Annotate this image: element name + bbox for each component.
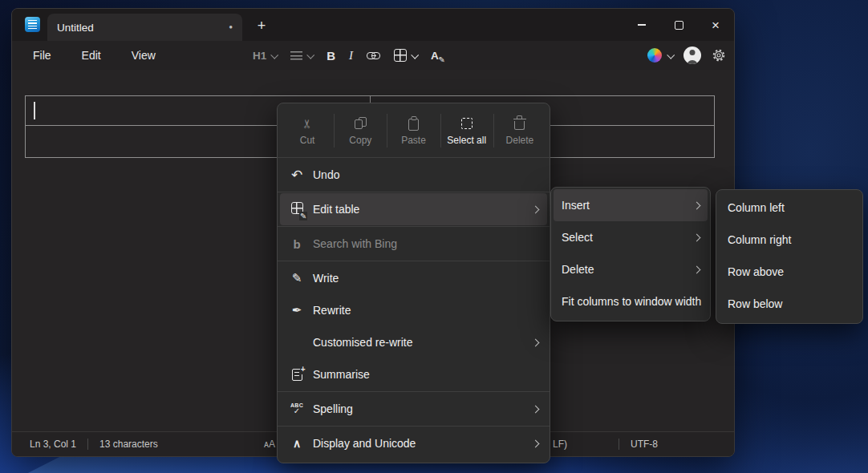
write-pencil-icon: ✎ <box>292 271 302 285</box>
account-avatar[interactable] <box>683 46 701 64</box>
menu-item-undo[interactable]: ↶ Undo <box>278 159 550 191</box>
window-controls: × <box>623 9 734 41</box>
clipboard-actions-row: ✂ Cut Copy Paste Select all Delete <box>278 105 550 156</box>
unsaved-indicator-dot: ● <box>229 24 233 30</box>
link-icon <box>367 51 380 59</box>
menu-file[interactable]: File <box>23 46 61 65</box>
titlebar: Untitled ● + × <box>12 9 734 41</box>
trash-icon <box>514 121 525 131</box>
italic-icon: I <box>349 49 353 63</box>
chevron-down-icon <box>271 51 279 59</box>
chevron-down-icon <box>667 51 675 59</box>
font-size-indicator: ᴀA <box>264 432 275 456</box>
line-ending-indicator: LF) <box>553 432 567 456</box>
bold-icon: B <box>327 49 335 63</box>
list-icon <box>290 51 302 60</box>
insert-link-button[interactable] <box>367 51 380 59</box>
maximize-button[interactable] <box>660 9 697 41</box>
context-menu: ✂ Cut Copy Paste Select all Delete ↶ Und… <box>277 103 550 463</box>
close-button[interactable]: × <box>697 9 734 41</box>
character-count: 13 characters <box>99 439 158 450</box>
submenu-item-insert[interactable]: Insert <box>554 189 708 221</box>
menu-separator <box>278 157 550 158</box>
minimize-icon <box>638 24 646 25</box>
copilot-icon <box>647 48 662 63</box>
bold-button[interactable]: B <box>327 49 335 63</box>
minimize-button[interactable] <box>623 9 660 41</box>
summarise-icon: + <box>292 369 302 381</box>
delete-button[interactable]: Delete <box>493 107 546 155</box>
tab-title: Untitled <box>57 22 94 34</box>
menu-separator <box>278 192 550 192</box>
copy-button[interactable]: Copy <box>334 107 387 155</box>
encoding-indicator: UTF-8 <box>631 432 658 456</box>
menu-separator <box>278 391 550 392</box>
menu-separator <box>278 226 550 227</box>
cut-icon: ✂ <box>300 118 314 128</box>
submenu-item-fit-columns[interactable]: Fit columns to window width <box>551 285 710 317</box>
menu-item-write[interactable]: ✎ Write <box>278 262 550 294</box>
chevron-down-icon <box>307 51 315 59</box>
cursor-position: Ln 3, Col 1 <box>30 439 76 450</box>
list-dropdown[interactable] <box>290 51 313 60</box>
rewrite-a-pen-icon: A ✎ <box>431 48 439 63</box>
action-label: Select all <box>447 135 486 146</box>
copilot-dropdown[interactable] <box>647 48 673 63</box>
italic-button[interactable]: I <box>349 49 353 63</box>
heading-style-dropdown[interactable]: H1 <box>253 50 277 62</box>
status-divider <box>87 439 88 450</box>
new-tab-button[interactable]: + <box>251 15 272 36</box>
notepad-app-icon <box>25 17 40 32</box>
menu-view[interactable]: View <box>122 46 165 65</box>
submenu-item-column-right[interactable]: Column right <box>716 224 862 256</box>
menu-item-display-and-unicode[interactable]: ∧ Display and Unicode <box>278 427 550 459</box>
menubar: File Edit View <box>23 41 165 70</box>
settings-button[interactable] <box>712 48 726 63</box>
chevron-right-icon <box>532 205 540 213</box>
undo-icon: ↶ <box>291 168 302 182</box>
table-icon <box>394 49 407 62</box>
submenu-item-delete[interactable]: Delete <box>551 253 710 285</box>
submenu-item-select[interactable]: Select <box>551 221 710 253</box>
maximize-icon <box>675 21 683 30</box>
edit-table-submenu: Insert Select Delete Fit columns to wind… <box>550 187 711 321</box>
submenu-item-column-left[interactable]: Column left <box>716 192 862 224</box>
status-divider <box>619 439 619 450</box>
menu-item-rewrite[interactable]: ✒ Rewrite <box>278 294 550 326</box>
menu-item-customised-re-write[interactable]: Customised re-write <box>278 326 550 358</box>
menu-separator <box>278 261 550 261</box>
table-dropdown[interactable] <box>394 49 417 62</box>
bing-icon: b <box>293 237 300 251</box>
menu-separator <box>278 426 550 427</box>
gear-icon <box>712 48 726 63</box>
select-all-button[interactable]: Select all <box>440 107 493 155</box>
menu-item-spelling[interactable]: ABC✓ Spelling <box>278 393 550 425</box>
chevron-right-icon <box>693 201 701 209</box>
copy-icon <box>355 117 367 129</box>
submenu-item-row-below[interactable]: Row below <box>716 288 862 320</box>
menu-item-edit-table[interactable]: ✎ Edit table <box>280 193 547 225</box>
chevron-right-icon <box>532 405 540 413</box>
copilot-rewrite-button[interactable]: A ✎ <box>431 48 439 63</box>
select-all-icon <box>461 118 473 129</box>
text-caret <box>34 102 35 119</box>
close-icon: × <box>712 18 720 32</box>
chevron-right-icon <box>532 338 540 346</box>
cut-button[interactable]: ✂ Cut <box>281 107 334 155</box>
chevron-right-icon <box>693 265 701 273</box>
paste-button[interactable]: Paste <box>387 107 440 155</box>
paste-icon <box>408 119 419 131</box>
right-toolbar <box>647 41 726 70</box>
submenu-item-row-above[interactable]: Row above <box>716 256 862 288</box>
tab-untitled[interactable]: Untitled ● <box>47 14 242 41</box>
chevron-down-icon <box>411 51 419 59</box>
chevron-right-icon <box>532 439 540 447</box>
menu-edit[interactable]: Edit <box>72 46 111 65</box>
rewrite-quill-icon: ✒ <box>292 303 302 317</box>
action-label: Delete <box>506 135 534 146</box>
menu-item-search-with-bing[interactable]: b Search with Bing <box>278 228 550 260</box>
formatting-toolbar: H1 B I A ✎ <box>253 41 439 70</box>
insert-submenu: Column left Column right Row above Row b… <box>716 189 863 324</box>
chevron-right-icon <box>693 233 701 241</box>
menu-item-summarise[interactable]: + Summarise <box>278 358 550 390</box>
